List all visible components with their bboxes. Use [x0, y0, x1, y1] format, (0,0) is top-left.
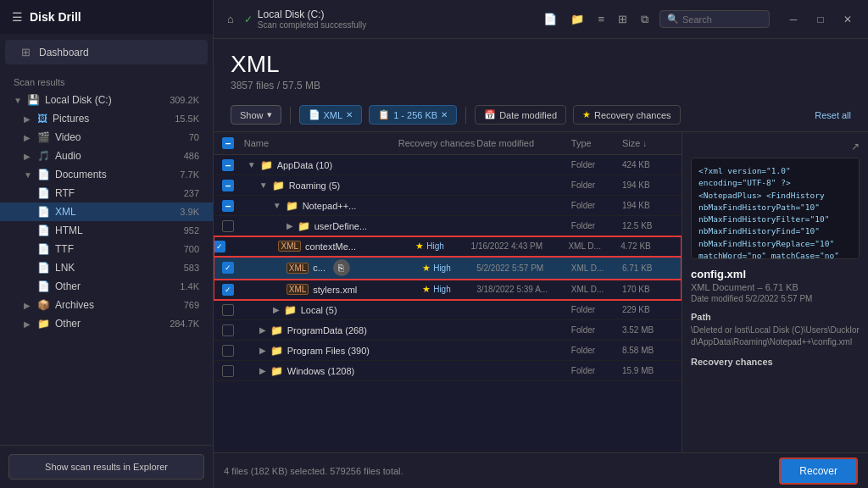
sidebar-item-lnk[interactable]: 📄 LNK 583	[0, 258, 213, 277]
sidebar-item-audio[interactable]: ▶ 🎵 Audio 486	[0, 147, 213, 165]
size-filter-tag[interactable]: 📋 1 - 256 KB ✕	[369, 105, 457, 125]
sidebar-item-ttf[interactable]: 📄 TTF 700	[0, 240, 213, 258]
location-status: Scan completed successfully	[258, 20, 366, 30]
scan-results-label: Scan results	[0, 70, 213, 91]
chevron-icon: ▼	[14, 96, 22, 105]
row-checkbox[interactable]: ✓	[214, 241, 225, 252]
sidebar-item-archives[interactable]: ▶ 📦 Archives 769	[0, 296, 213, 314]
star-icon[interactable]: ★	[422, 284, 431, 295]
row-checkbox[interactable]	[222, 345, 234, 357]
xml-tag-icon: 📄	[309, 109, 320, 120]
table-row[interactable]: ✓ XML contextMe... ★ High 1/16/2022 4:43…	[214, 236, 682, 257]
other-icon: 📄	[37, 280, 50, 292]
table-row[interactable]: ✓ XML c... ⎘ ★ High 5/2/2022 5:57 PM XML…	[214, 257, 682, 280]
sidebar-item-local-disk[interactable]: ▼ 💾 Local Disk (C:) 309.2K	[0, 91, 213, 109]
chevron-icon: ▶	[259, 366, 266, 375]
menu-icon[interactable]: ☰	[12, 10, 23, 24]
col-recovery-header[interactable]: Recovery chances	[397, 138, 476, 148]
app-title: Disk Drill	[30, 10, 81, 24]
page-header: XML 3857 files / 57.5 MB	[214, 39, 868, 98]
xml-filter-tag[interactable]: 📄 XML ✕	[299, 105, 363, 125]
table-row[interactable]: – ▼ 📁 Roaming (5) Folder 194 KB	[214, 175, 682, 196]
folder-icon: 📁	[270, 365, 283, 377]
sidebar-item-documents[interactable]: ▼ 📄 Documents 7.7K	[0, 165, 213, 184]
sidebar-item-rtf[interactable]: 📄 RTF 237	[0, 184, 213, 202]
minimize-button[interactable]: ─	[782, 11, 805, 28]
filter-bar: Show ▾ 📄 XML ✕ 📋 1 - 256 KB ✕ 📅 Date mod…	[214, 98, 868, 132]
table-row[interactable]: ✓ XML stylers.xml ★ High 3/18/2022 5:39 …	[214, 280, 682, 300]
sidebar-item-pictures[interactable]: ▶ 🖼 Pictures 15.5K	[0, 109, 213, 128]
ttf-icon: 📄	[37, 243, 50, 255]
list-view-icon[interactable]: ≡	[592, 8, 610, 30]
search-box: 🔍	[659, 10, 770, 28]
date-filter-button[interactable]: 📅 Date modified	[475, 105, 566, 125]
show-filter-button[interactable]: Show ▾	[231, 105, 281, 125]
col-size-header[interactable]: Size ↓	[622, 138, 673, 148]
close-button[interactable]: ✕	[836, 11, 860, 28]
status-text: 4 files (182 KB) selected. 579256 files …	[224, 466, 771, 476]
sidebar-item-html[interactable]: 📄 HTML 952	[0, 221, 213, 240]
sidebar-item-xml[interactable]: 📄 XML 3.9K	[0, 202, 213, 221]
table-row[interactable]: ▶ 📁 Program Files (390) Folder 8.58 MB	[214, 341, 682, 361]
new-file-icon[interactable]: 📄	[537, 8, 563, 30]
chevron-icon: ▶	[24, 114, 32, 124]
toolbar-icons: 📄 📁 ≡ ⊞ ⧉	[537, 8, 654, 30]
star-icon[interactable]: ★	[415, 241, 424, 252]
sidebar-item-other[interactable]: ▶ 📁 Other 284.7K	[0, 314, 213, 333]
sidebar-header: ☰ Disk Drill	[0, 0, 213, 34]
table-row[interactable]: ▶ 📁 Windows (1208) Folder 15.9 MB	[214, 361, 682, 381]
status-bar: 4 files (182 KB) selected. 579256 files …	[214, 452, 868, 488]
reset-all-button[interactable]: Reset all	[815, 110, 851, 120]
select-all-checkbox[interactable]: –	[222, 137, 234, 149]
sidebar-item-dashboard[interactable]: ⊞ Dashboard	[5, 40, 208, 64]
folder-icon[interactable]: 📁	[565, 8, 590, 30]
sidebar-item-docs-other[interactable]: 📄 Other 1.4K	[0, 277, 213, 296]
scan-results-button[interactable]: Show scan results in Explorer	[8, 454, 204, 480]
table-row[interactable]: ▶ 📁 Local (5) Folder 229 KB	[214, 300, 682, 320]
row-checkbox[interactable]	[222, 365, 234, 377]
copy-icon[interactable]: ⎘	[333, 259, 350, 276]
row-checkbox[interactable]	[222, 304, 234, 316]
expand-preview-button[interactable]: ↗	[851, 141, 860, 152]
sidebar-item-video[interactable]: ▶ 🎬 Video 70	[0, 128, 213, 147]
search-input[interactable]	[682, 14, 750, 25]
calendar-icon: 📅	[484, 109, 496, 120]
table-row[interactable]: – ▼ 📁 Notepad++... Folder 194 KB	[214, 196, 682, 216]
table-row[interactable]: ▶ 📁 userDefine... Folder 12.5 KB	[214, 216, 682, 236]
check-icon: ✓	[244, 14, 253, 25]
show-chevron-icon: ▾	[267, 109, 272, 120]
star-icon[interactable]: ★	[422, 263, 431, 274]
row-checkbox[interactable]: ✓	[222, 284, 234, 296]
xml-tag-close[interactable]: ✕	[346, 110, 353, 119]
rtf-icon: 📄	[37, 187, 50, 199]
row-checkbox[interactable]: –	[222, 200, 234, 212]
disk-icon: 💾	[27, 94, 40, 106]
table-row[interactable]: ▶ 📁 ProgramData (268) Folder 3.52 MB	[214, 320, 682, 341]
sort-arrow-icon: ↓	[643, 139, 647, 148]
back-button[interactable]: ⌂	[222, 9, 239, 29]
recovery-filter-button[interactable]: ★ Recovery chances	[573, 105, 681, 125]
maximize-button[interactable]: □	[809, 11, 832, 28]
row-checkbox[interactable]: –	[222, 159, 234, 171]
row-checkbox[interactable]	[222, 324, 234, 336]
recover-button[interactable]: Recover	[779, 458, 858, 485]
xml-file-icon: XML	[287, 263, 309, 274]
documents-icon: 📄	[37, 169, 50, 180]
grid-view-icon[interactable]: ⊞	[612, 8, 633, 30]
size-tag-close[interactable]: ✕	[441, 110, 448, 119]
filter-divider	[290, 107, 291, 124]
chevron-icon: ▶	[287, 221, 293, 230]
col-type-header[interactable]: Type	[571, 138, 622, 148]
row-checkbox[interactable]: –	[222, 180, 234, 191]
row-checkbox[interactable]	[222, 220, 234, 232]
columns-icon[interactable]: ⧉	[635, 8, 654, 30]
table-header: – Name Recovery chances Date modified Ty…	[214, 132, 682, 155]
top-toolbar: ⌂ ✓ Local Disk (C:) Scan completed succe…	[214, 0, 868, 39]
chevron-icon: ▼	[273, 201, 281, 210]
chevron-icon: ▶	[24, 152, 32, 161]
col-date-header[interactable]: Date modified	[476, 138, 571, 148]
col-name-header[interactable]: Name	[244, 138, 397, 148]
table-row[interactable]: – ▼ 📁 AppData (10) Folder 424 KB	[214, 155, 682, 175]
location-info: ✓ Local Disk (C:) Scan completed success…	[244, 8, 533, 30]
row-checkbox[interactable]: ✓	[222, 262, 234, 274]
